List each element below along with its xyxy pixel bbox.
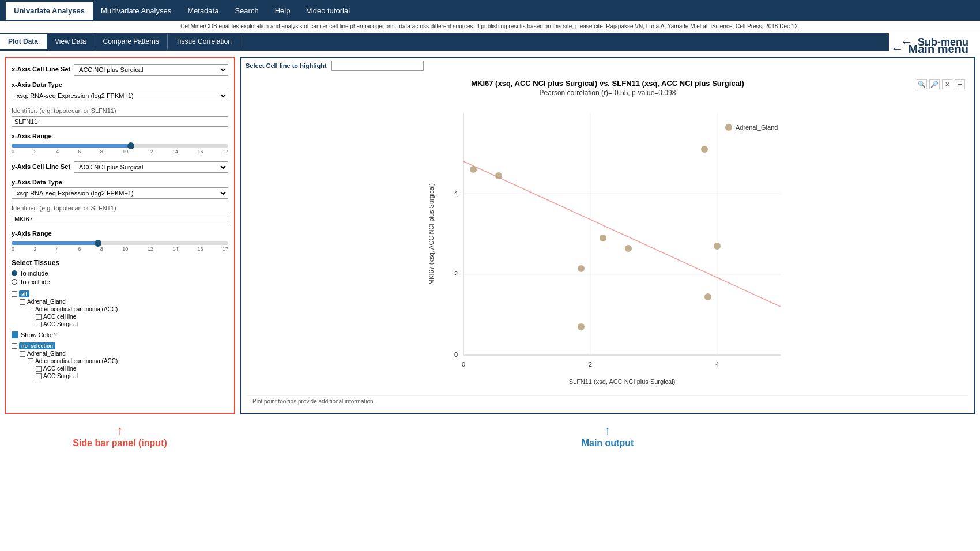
tissue-tree-all: all Adrenal_Gland Adrenocortical carcino… bbox=[12, 290, 228, 328]
y-axis-identifier-input[interactable] bbox=[12, 214, 228, 224]
tree-adrenal-children: Adrenocortical carcinoma (ACC) ACC cell … bbox=[28, 305, 228, 328]
main-menu-label: Main menu bbox=[909, 43, 968, 56]
sub-nav-view-data[interactable]: View Data bbox=[47, 34, 95, 49]
svg-text:4: 4 bbox=[454, 190, 458, 197]
sub-menu-row: Plot Data View Data Compare Patterns Tis… bbox=[0, 32, 980, 52]
svg-text:2: 2 bbox=[589, 361, 592, 368]
main-output-annotation-area: ↑ Main output bbox=[240, 418, 975, 448]
show-color-checkbox[interactable] bbox=[12, 331, 18, 338]
tree-acc-cell-label: ACC cell line bbox=[43, 314, 76, 320]
legend-label: Adrenal_Gland bbox=[736, 124, 778, 131]
sidebar-annotation-area: ↑ Side bar panel (input) bbox=[5, 418, 235, 448]
y-axis-data-type-label: y-Axis Data Type bbox=[12, 179, 228, 186]
radio-exclude-label: To exclude bbox=[20, 278, 50, 285]
scatter-point-5[interactable] bbox=[578, 265, 585, 272]
scatter-point-8[interactable] bbox=[701, 146, 708, 153]
y-axis-data-type-select[interactable]: xsq: RNA-seq Expression (log2 FPKM+1) bbox=[12, 187, 228, 199]
plot-close-icon[interactable]: ✕ bbox=[942, 79, 952, 89]
nav-metadata[interactable]: Metadata bbox=[179, 2, 227, 20]
chart-wrapper: 0 2 4 0 2 4 bbox=[247, 101, 968, 395]
x-axis-data-type-select[interactable]: xsq: RNA-seq Expression (log2 FPKM+1) bbox=[12, 90, 228, 101]
nav-search[interactable]: Search bbox=[227, 2, 266, 20]
select-cell-line-input[interactable] bbox=[331, 61, 424, 71]
nav-multivariate[interactable]: Multivariate Analyses bbox=[93, 2, 179, 20]
show-color-row: Show Color? bbox=[12, 331, 228, 338]
radio-exclude-circle bbox=[12, 279, 17, 285]
tree-acc-children: ACC cell line ACC Surgical bbox=[36, 313, 228, 328]
plot-subtitle: Pearson correlation (r)=-0.55, p-value=0… bbox=[247, 89, 968, 97]
scatter-point-1[interactable] bbox=[495, 172, 502, 179]
tree-nosel-checkbox[interactable] bbox=[12, 343, 17, 349]
tree-acc-surg-label-2: ACC Surgical bbox=[43, 373, 78, 379]
svg-text:2: 2 bbox=[454, 270, 458, 277]
tissues-section: Select Tissues To include To exclude all bbox=[12, 259, 228, 380]
tree-acc-cb-2[interactable] bbox=[28, 358, 33, 364]
x-axis-label: SLFN11 (xsq, ACC NCI plus Surgical) bbox=[569, 378, 676, 385]
sub-nav-plot-data[interactable]: Plot Data bbox=[0, 34, 47, 49]
tree-acc-item-2: Adrenocortical carcinoma (ACC) bbox=[28, 357, 228, 365]
tree-acc-children-2: ACC cell line ACC Surgical bbox=[36, 365, 228, 380]
tree-acc-cell-cb-2[interactable] bbox=[36, 366, 42, 372]
tissues-title: Select Tissues bbox=[12, 259, 228, 267]
nav-video[interactable]: Video tutorial bbox=[298, 2, 358, 20]
y-axis-cell-line-section: y-Axis Cell Line Set ACC NCI plus Surgic… bbox=[12, 161, 228, 173]
x-axis-cell-line-section: x-Axis Cell Line Set ACC NCI plus Surgic… bbox=[12, 64, 228, 76]
tree-adrenal-cb-2[interactable] bbox=[20, 351, 25, 357]
tree-acc-cell-cb[interactable] bbox=[36, 314, 42, 320]
scatter-point-4[interactable] bbox=[714, 243, 721, 250]
select-cell-line-label: Select Cell line to highlight bbox=[246, 62, 327, 69]
main-output-up-arrow: ↑ bbox=[605, 423, 611, 438]
x-axis-range-fill bbox=[12, 144, 131, 148]
plot-zoom-out-icon[interactable]: 🔍 bbox=[917, 79, 927, 89]
tree-acc-label: Adrenocortical carcinoma (ACC) bbox=[35, 306, 118, 312]
main-layout: x-Axis Cell Line Set ACC NCI plus Surgic… bbox=[5, 57, 975, 414]
citation-text: CellMinerCDB enables exploration and ana… bbox=[180, 23, 799, 29]
y-axis-cell-line-select[interactable]: ACC NCI plus Surgical bbox=[74, 161, 228, 173]
y-axis-range-label: y-Axis Range bbox=[12, 230, 228, 237]
tree-all-tag: all bbox=[19, 290, 29, 297]
sub-menu-bar: Plot Data View Data Compare Patterns Tis… bbox=[0, 33, 889, 51]
y-axis-range-thumb[interactable] bbox=[95, 240, 101, 247]
plot-toolbar-icons: 🔍 🔎 ✕ ☰ bbox=[917, 79, 965, 89]
x-axis-identifier-section: Identifier: (e.g. topotecan or SLFN11) bbox=[12, 107, 228, 127]
svg-text:0: 0 bbox=[454, 351, 458, 358]
scatter-point-6[interactable] bbox=[704, 293, 711, 300]
tree-acc-surgical-2: ACC Surgical bbox=[36, 372, 228, 380]
x-axis-cell-line-select[interactable]: ACC NCI plus Surgical bbox=[74, 64, 228, 76]
radio-group: To include To exclude bbox=[12, 270, 228, 285]
scatter-point-3[interactable] bbox=[625, 245, 632, 252]
y-axis-label: MKI67 (xsq, ACC NCI plus Surgical) bbox=[428, 183, 435, 285]
tree-acc-surg-cb-2[interactable] bbox=[36, 373, 42, 379]
show-color-label: Show Color? bbox=[21, 331, 57, 338]
svg-text:4: 4 bbox=[715, 361, 719, 368]
tree-adrenal-cb[interactable] bbox=[20, 299, 25, 305]
radio-include-circle bbox=[12, 270, 17, 276]
tree-tag-nosel-item: no_selection bbox=[12, 342, 228, 350]
tree-all-checkbox[interactable] bbox=[12, 291, 17, 297]
scatter-point-7[interactable] bbox=[578, 323, 585, 330]
plot-menu-icon[interactable]: ☰ bbox=[955, 79, 965, 89]
nav-univariate[interactable]: Univariate Analyses bbox=[6, 2, 93, 20]
sub-nav-tissue-correlation[interactable]: Tissue Correlation bbox=[168, 34, 240, 49]
x-axis-identifier-input[interactable] bbox=[12, 116, 228, 127]
y-axis-range-ticks: 024681012141617 bbox=[12, 246, 228, 252]
scatter-point-2[interactable] bbox=[600, 235, 606, 241]
tree-acc-cell-line-2: ACC cell line bbox=[36, 365, 228, 372]
plot-zoom-in-icon[interactable]: 🔎 bbox=[929, 79, 940, 89]
tree-acc-label-2: Adrenocortical carcinoma (ACC) bbox=[35, 358, 118, 364]
tree-acc-cb[interactable] bbox=[28, 307, 33, 312]
select-cell-line-bar: Select Cell line to highlight bbox=[241, 58, 974, 73]
sub-nav-compare-patterns[interactable]: Compare Patterns bbox=[95, 34, 168, 49]
tissue-tree-no-selection: no_selection Adrenal_Gland Adrenocortica… bbox=[12, 342, 228, 380]
tree-acc-surg-cb[interactable] bbox=[36, 322, 42, 327]
nav-help[interactable]: Help bbox=[267, 2, 299, 20]
radio-exclude[interactable]: To exclude bbox=[12, 278, 228, 285]
citation-bar: CellMinerCDB enables exploration and ana… bbox=[0, 21, 980, 32]
plot-area: MKI67 (xsq, ACC NCI plus Surgical) vs. S… bbox=[241, 73, 974, 413]
radio-include[interactable]: To include bbox=[12, 270, 228, 277]
sidebar-annotation-label: Side bar panel (input) bbox=[73, 438, 167, 448]
scatter-point-0[interactable] bbox=[470, 166, 477, 173]
x-axis-data-type-section: x-Axis Data Type xsq: RNA-seq Expression… bbox=[12, 81, 228, 101]
x-axis-range-thumb[interactable] bbox=[127, 142, 134, 149]
main-menu-arrow: ← bbox=[891, 41, 904, 56]
